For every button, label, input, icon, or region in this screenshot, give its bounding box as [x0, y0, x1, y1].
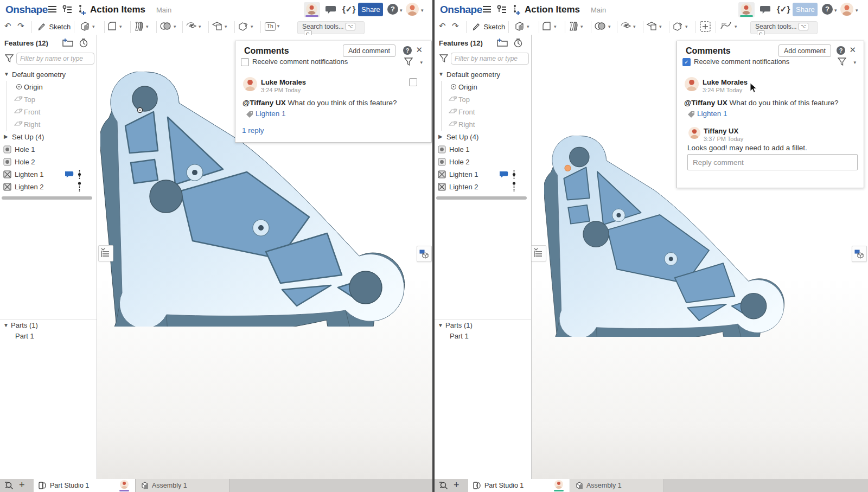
tab-search-icon[interactable] [4, 481, 15, 492]
versions-icon[interactable] [496, 4, 507, 17]
chevron-down-icon[interactable]: ▼ [438, 322, 443, 328]
tree-item-hole-2[interactable]: Hole 2 [435, 156, 531, 168]
comments-filter-funnel-icon[interactable] [404, 57, 413, 68]
close-icon[interactable]: ✕ [416, 45, 423, 55]
tree-group-set-up[interactable]: ▶Set Up (4) [0, 131, 97, 143]
comment-indicator-icon[interactable] [65, 171, 74, 180]
resolve-checkbox[interactable] [409, 78, 417, 86]
tree-item-top-plane[interactable]: Top [435, 93, 531, 106]
feature-list-toggle[interactable] [98, 245, 113, 261]
part-list-item[interactable]: Part 1 [15, 332, 34, 340]
search-tools-input[interactable]: Search tools...⌥C [297, 21, 365, 34]
tree-item-top-plane[interactable]: Top [0, 93, 97, 106]
tree-item-hole-1[interactable]: Hole 1 [0, 143, 97, 156]
extrude-tool-button[interactable]: ▾ [79, 21, 95, 34]
undo-icon[interactable]: ↶ [439, 21, 446, 33]
comments-toggle-icon[interactable] [326, 5, 337, 17]
features-scrollbar[interactable] [436, 196, 527, 200]
add-comment-button[interactable]: Add comment [778, 44, 831, 57]
comments-toggle-icon[interactable] [760, 5, 772, 17]
transform-tool-button[interactable]: ▾ [185, 21, 201, 34]
comment-feature-tag[interactable]: Lighten 1 [697, 110, 727, 118]
replies-link[interactable]: 1 reply [242, 126, 264, 135]
help-icon[interactable]: ? [837, 46, 845, 55]
close-icon[interactable]: ✕ [849, 45, 856, 55]
view-cube-toggle[interactable] [417, 246, 432, 262]
features-filter-input[interactable] [16, 53, 94, 65]
search-tools-input[interactable]: Search tools...⌥C [750, 21, 818, 34]
shell-tool-button[interactable]: ▾ [567, 21, 583, 34]
split-tool-button[interactable]: ▾ [211, 21, 227, 34]
tab-part-studio[interactable]: Part Studio 1 [34, 479, 136, 492]
rollback-handle-icon[interactable] [512, 169, 516, 181]
new-tab-plus-icon[interactable]: + [19, 480, 25, 491]
help-icon[interactable]: ? [822, 4, 833, 15]
tree-item-right-plane[interactable]: Right [0, 118, 97, 131]
hamburger-icon[interactable] [48, 5, 57, 16]
rollback-handle-icon[interactable] [512, 182, 516, 194]
filter-funnel-icon[interactable] [439, 54, 448, 65]
account-avatar[interactable] [406, 3, 419, 16]
account-caret-icon[interactable]: ▾ [421, 8, 424, 13]
account-avatar[interactable] [840, 3, 853, 16]
tree-item-right-plane[interactable]: Right [435, 118, 531, 131]
feature-list-toggle[interactable] [531, 245, 546, 261]
versions-icon[interactable] [62, 4, 73, 17]
split-tool-button[interactable]: ▾ [646, 21, 662, 34]
extrude-tool-button[interactable]: ▾ [514, 21, 529, 34]
presence-avatar[interactable] [738, 2, 755, 17]
part-list-item[interactable]: Part 1 [450, 332, 469, 340]
help-caret-icon[interactable]: ▾ [400, 8, 403, 13]
comments-filter-caret-icon[interactable]: ▾ [420, 60, 423, 65]
surface-tool-button[interactable]: ▾ [720, 21, 737, 34]
tree-item-lighten-2[interactable]: Lighten 2 [0, 181, 97, 193]
tree-group-set-up[interactable]: ▶Set Up (4) [435, 131, 531, 143]
chevron-right-icon[interactable]: ▶ [438, 133, 443, 139]
insert-plus-tool-button[interactable] [699, 21, 711, 34]
features-filter-input[interactable] [451, 53, 529, 65]
comments-filter-funnel-icon[interactable] [838, 57, 846, 68]
folder-add-icon[interactable] [497, 38, 508, 49]
share-button-disabled[interactable]: Share [793, 3, 818, 16]
history-clock-icon[interactable] [513, 38, 523, 50]
tree-item-hole-2[interactable]: Hole 2 [0, 156, 97, 168]
tree-group-default-geometry[interactable]: ▼Default geometry [435, 68, 531, 81]
notifications-checkbox-checked[interactable]: ✓ [682, 58, 691, 66]
shell-tool-button[interactable]: ▾ [133, 21, 149, 34]
tree-item-hole-1[interactable]: Hole 1 [435, 143, 531, 156]
undo-icon[interactable]: ↶ [4, 21, 11, 33]
folder-add-icon[interactable] [62, 38, 73, 49]
share-button[interactable]: Share [358, 3, 383, 16]
chevron-right-icon[interactable]: ▶ [4, 133, 8, 139]
thicken-tool-button[interactable]: Th▾ [265, 21, 279, 34]
feature-script-icon[interactable]: {✓} [777, 4, 790, 14]
new-tab-plus-icon[interactable]: + [454, 480, 459, 491]
tree-item-lighten-1[interactable]: Lighten 1 [435, 168, 531, 181]
chevron-down-icon[interactable]: ▼ [3, 322, 9, 328]
filter-funnel-icon[interactable] [5, 54, 14, 65]
help-caret-icon[interactable]: ▾ [834, 8, 837, 13]
chevron-down-icon[interactable]: ▼ [438, 71, 444, 77]
history-clock-icon[interactable] [79, 38, 88, 50]
redo-icon[interactable]: ↷ [17, 21, 24, 33]
reply-comment-input[interactable] [687, 154, 858, 170]
hamburger-icon[interactable] [482, 5, 492, 16]
presence-avatar[interactable] [304, 2, 320, 17]
sketch-button[interactable]: Sketch [473, 22, 505, 34]
boolean-tool-button[interactable]: ▾ [593, 21, 611, 34]
rollback-handle-icon[interactable] [77, 169, 82, 181]
comment-feature-tag[interactable]: Lighten 1 [256, 110, 286, 118]
rollback-handle-icon[interactable] [77, 182, 82, 194]
redo-icon[interactable]: ↷ [452, 21, 459, 33]
tree-item-origin[interactable]: Origin [435, 81, 531, 93]
mirror-tool-button[interactable]: ▾ [672, 21, 688, 34]
sketch-button[interactable]: Sketch [38, 22, 71, 34]
comments-filter-caret-icon[interactable]: ▾ [853, 60, 856, 65]
follow-user-icon[interactable] [512, 4, 522, 17]
feature-script-icon[interactable]: {✓} [342, 4, 355, 14]
boolean-tool-button[interactable]: ▾ [159, 21, 176, 34]
tree-item-lighten-2[interactable]: Lighten 2 [435, 181, 531, 193]
tree-group-default-geometry[interactable]: ▼Default geometry [0, 68, 97, 81]
parts-header[interactable]: Parts (1) [11, 321, 38, 329]
tree-item-origin[interactable]: Origin [0, 81, 97, 93]
